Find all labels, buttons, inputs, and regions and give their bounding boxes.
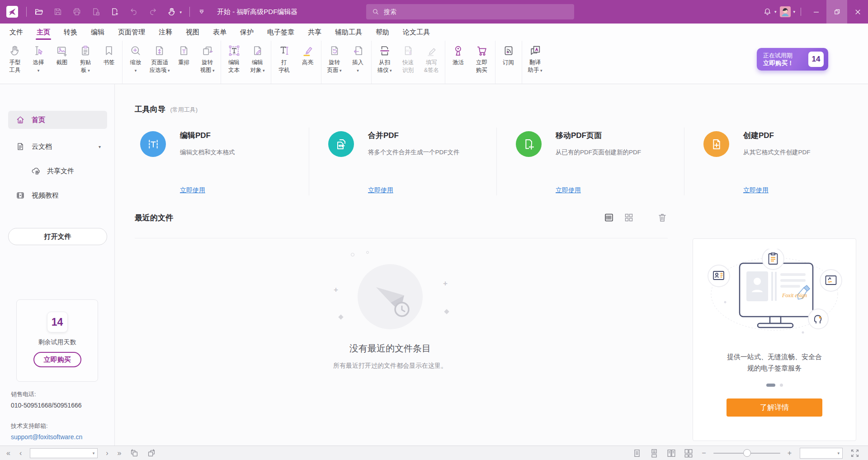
new-document-button[interactable]	[110, 7, 120, 17]
typewriter-button[interactable]: 打字机	[273, 41, 296, 74]
create-pdf-icon	[703, 131, 729, 157]
carousel-dots[interactable]	[693, 384, 856, 387]
bookmark-button[interactable]: 书签	[97, 41, 121, 66]
menu-item-11[interactable]: 辅助工具	[328, 24, 369, 41]
card-description: 编辑文档和文本格式	[180, 148, 304, 156]
from-scanner-button[interactable]: 从扫描仪 ▾	[373, 41, 396, 75]
menu-item-13[interactable]: 论文工具	[396, 24, 437, 41]
single-page-view-icon[interactable]	[632, 448, 642, 458]
facing-view-icon[interactable]	[666, 448, 676, 458]
open-folder-icon	[34, 7, 44, 17]
menu-item-0[interactable]: 文件	[3, 24, 30, 41]
page-number-combobox[interactable]: ▾	[30, 448, 98, 458]
sidebar-item-cloud-docs[interactable]: 云文档▾	[8, 138, 107, 156]
user-avatar[interactable]	[780, 6, 791, 17]
rotate-left-icon[interactable]	[129, 448, 139, 458]
account-caret-down-icon[interactable]: ▾	[793, 9, 795, 14]
sidebar-item-shared-files[interactable]: 共享文件	[8, 162, 107, 180]
caret-down-icon: ▾	[212, 68, 215, 73]
first-page-icon[interactable]: «	[6, 449, 10, 457]
select-button[interactable]: 选择▾	[27, 41, 50, 75]
zoom-level-combobox[interactable]: ▾	[800, 448, 843, 459]
rotate-right-icon[interactable]	[146, 448, 156, 458]
menu-item-9[interactable]: 电子签章	[260, 24, 301, 41]
highlight-button[interactable]: 高亮	[296, 41, 320, 66]
hand-tool-button[interactable]: 手型工具	[3, 41, 27, 74]
sidebar-item-label: 共享文件	[47, 167, 74, 175]
minimize-button[interactable]	[806, 0, 826, 24]
extract-pages-icon	[91, 7, 101, 17]
maximize-restore-button[interactable]	[826, 0, 847, 24]
undo-icon	[129, 7, 139, 17]
insert-pages-button[interactable]: 插入▾	[346, 41, 370, 75]
menu-item-6[interactable]: 视图	[179, 24, 206, 41]
hand-tool-button[interactable]: ▾	[167, 7, 177, 17]
subscribe-button[interactable]: 订阅	[497, 41, 520, 66]
facing-continuous-view-icon[interactable]	[684, 448, 693, 458]
bell-caret-down-icon[interactable]: ▾	[774, 9, 777, 14]
use-now-link[interactable]: 立即使用	[180, 186, 205, 194]
translate-assistant-button[interactable]: 翻译助手 ▾	[524, 41, 547, 75]
menu-item-5[interactable]: 注释	[152, 24, 179, 41]
buy-now-button[interactable]: 立即购买	[33, 352, 81, 367]
hand-icon	[9, 44, 21, 57]
trial-badge[interactable]: 正在试用期 立即购买！ 14	[757, 48, 828, 71]
buy-now-button[interactable]: 立即购买	[470, 41, 494, 74]
edit-text-button[interactable]: 编辑文本	[222, 41, 246, 74]
titlebar-controls: ▾ ▾	[763, 0, 868, 24]
notification-bell-icon[interactable]	[763, 7, 772, 17]
rotate-pages-button[interactable]: 旋转页面 ▾	[323, 41, 346, 75]
sidebar-item-video-tutorials[interactable]: 视频教程	[8, 186, 107, 204]
caret-down-icon: ▾	[135, 68, 137, 73]
last-page-icon[interactable]: »	[118, 449, 122, 457]
zoom-slider[interactable]	[713, 453, 780, 454]
grid-view-icon[interactable]	[623, 212, 634, 223]
clear-recent-trash-icon[interactable]	[657, 212, 668, 223]
search-box[interactable]	[366, 4, 574, 19]
open-file-button[interactable]: 打开文件	[8, 228, 107, 245]
caret-down-icon[interactable]: ▾	[99, 144, 101, 149]
open-folder-button[interactable]	[34, 7, 44, 17]
reflow-button[interactable]: 重排	[172, 41, 196, 66]
menu-item-2[interactable]: 转换	[57, 24, 84, 41]
support-email-link[interactable]: support@foxitsoftware.cn	[11, 432, 82, 441]
activate-button[interactable]: 激活	[447, 41, 470, 66]
learn-more-button[interactable]: 了解详情	[726, 398, 822, 417]
carousel-dot-active[interactable]	[766, 384, 775, 387]
menu-item-4[interactable]: 页面管理	[111, 24, 152, 41]
continuous-view-icon[interactable]	[649, 448, 659, 458]
use-now-link[interactable]: 立即使用	[368, 186, 393, 194]
edit-object-button[interactable]: 编辑对象 ▾	[246, 41, 269, 75]
use-now-link[interactable]: 立即使用	[743, 186, 769, 194]
next-page-icon[interactable]: ›	[106, 449, 108, 457]
menu-item-7[interactable]: 表单	[206, 24, 233, 41]
trial-card: 14 剩余试用天数 立即购买	[16, 299, 98, 382]
extract-pages-button	[91, 7, 101, 17]
clipboard-button[interactable]: 剪贴板 ▾	[74, 41, 97, 75]
zoom-out-icon[interactable]: −	[702, 449, 706, 457]
caret-down-icon: ▾	[38, 68, 40, 73]
search-input[interactable]	[384, 8, 569, 15]
zoom-in-icon[interactable]: +	[788, 449, 792, 457]
page-fit-options-button[interactable]: 页面适应选项 ▾	[147, 41, 172, 75]
snapshot-button[interactable]: 截图	[50, 41, 74, 66]
rotate-view-button[interactable]: 旋转视图 ▾	[196, 41, 219, 75]
list-view-icon[interactable]	[604, 212, 614, 223]
close-button[interactable]	[847, 0, 868, 24]
zoom-button[interactable]: 缩放▾	[124, 41, 147, 75]
prev-page-icon[interactable]: ‹	[19, 449, 22, 457]
fullscreen-icon[interactable]	[850, 448, 860, 458]
reflow-icon	[178, 44, 190, 57]
menu-item-12[interactable]: 帮助	[369, 24, 396, 41]
sidebar-item-home[interactable]: 首页	[8, 111, 107, 129]
carousel-dot[interactable]	[780, 384, 783, 387]
menu-item-10[interactable]: 共享	[301, 24, 328, 41]
trial-badge-text: 正在试用期 立即购买！	[763, 52, 794, 67]
menu-item-8[interactable]: 保护	[233, 24, 260, 41]
menu-item-3[interactable]: 编辑	[84, 24, 111, 41]
page-fit-options-label: 页面适应选项 ▾	[150, 59, 170, 75]
zoom-slider-handle[interactable]	[743, 449, 751, 457]
menu-item-1[interactable]: 主页	[30, 24, 57, 41]
use-now-link[interactable]: 立即使用	[556, 186, 581, 194]
collapse-ribbon-icon[interactable]	[197, 7, 206, 16]
